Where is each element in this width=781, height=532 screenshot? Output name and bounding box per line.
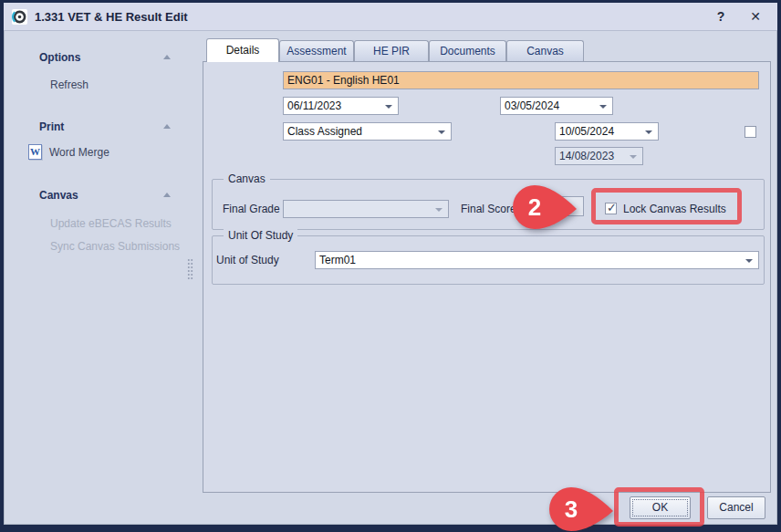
sidebar-item-update-ebecas-results[interactable]: Update eBECAS Results [50, 216, 172, 231]
result-entry-date-dropdown[interactable]: 10/05/2024 [555, 122, 659, 141]
sidebar-item-sync-canvas-submissions[interactable]: Sync Canvas Submissions [50, 239, 180, 254]
tab-documents[interactable]: Documents [429, 40, 506, 61]
collapse-options-icon[interactable] [163, 55, 171, 59]
unit-of-study-group-label: Unit Of Study [224, 229, 297, 243]
help-button[interactable]: ? [710, 6, 732, 27]
finish-date-dropdown[interactable]: 03/05/2024 [500, 97, 613, 115]
sidebar-group-print[interactable]: Print [39, 120, 64, 134]
due-census-date-value: 14/08/2023 [559, 150, 614, 162]
start-date-dropdown[interactable]: 06/11/2023 [283, 97, 399, 115]
lock-canvas-results-checkbox[interactable] [605, 203, 617, 214]
collapse-print-icon[interactable] [163, 124, 171, 129]
chevron-down-icon[interactable] [645, 130, 652, 134]
start-date-value: 06/11/2023 [287, 99, 341, 112]
sidebar-item-refresh[interactable]: Refresh [50, 78, 89, 92]
unit-of-study-value: Term01 [319, 254, 356, 266]
due-census-date-dropdown: 14/08/2023 [555, 147, 643, 165]
result-entry-date-value: 10/05/2024 [559, 125, 614, 138]
ok-button[interactable]: OK [630, 496, 691, 519]
tab-assessment[interactable]: Assessment [279, 40, 354, 61]
final-grade-label: Final Grade [223, 200, 280, 218]
close-button[interactable]: ✕ [745, 6, 766, 27]
tab-canvas[interactable]: Canvas [506, 40, 584, 61]
sidebar-item-word-merge[interactable]: Word Merge [49, 145, 109, 160]
collapse-canvas-icon[interactable] [163, 193, 171, 197]
unit-of-study-label: Unit of Study [216, 251, 279, 269]
step-3-number: 3 [565, 495, 578, 523]
tab-he-pir[interactable]: HE PIR [354, 40, 429, 61]
window-title: 1.331 VET & HE Result Edit [35, 3, 188, 31]
unit-of-study-dropdown[interactable]: Term01 [315, 251, 759, 269]
sidebar-group-options[interactable]: Options [39, 50, 80, 65]
word-document-icon [28, 144, 42, 160]
panel-splitter-handle[interactable] [187, 258, 193, 279]
chevron-down-icon[interactable] [599, 105, 607, 109]
chevron-down-icon[interactable] [438, 130, 445, 134]
dialog-window: 1.331 VET & HE Result Edit ? ✕ Options R… [4, 3, 777, 525]
lock-canvas-results-label: Lock Canvas Results [623, 200, 726, 218]
vet-he-result-edit-dialog: 1.331 VET & HE Result Edit ? ✕ Options R… [0, 0, 781, 532]
app-logo-icon [12, 9, 27, 25]
title-bar: 1.331 VET & HE Result Edit ? ✕ [4, 3, 777, 31]
status-dropdown[interactable]: Class Assigned [283, 122, 452, 141]
module-name-field[interactable]: ENG01 - English HE01 [283, 71, 759, 89]
chevron-down-icon[interactable] [745, 259, 753, 263]
chevron-down-icon[interactable] [385, 105, 392, 109]
cancel-button[interactable]: Cancel [707, 496, 765, 519]
final-score-label: Final Score [461, 200, 516, 218]
chevron-down-icon [630, 155, 637, 159]
publish-result-checkbox[interactable] [745, 126, 756, 138]
canvas-group-label: Canvas [224, 172, 270, 186]
finish-date-value: 03/05/2024 [505, 99, 559, 112]
final-grade-dropdown [283, 200, 449, 218]
sidebar-group-canvas[interactable]: Canvas [39, 188, 78, 203]
status-value: Class Assigned [287, 125, 362, 138]
tab-details[interactable]: Details [206, 38, 279, 62]
chevron-down-icon [435, 208, 443, 212]
final-score-field[interactable] [517, 196, 584, 216]
